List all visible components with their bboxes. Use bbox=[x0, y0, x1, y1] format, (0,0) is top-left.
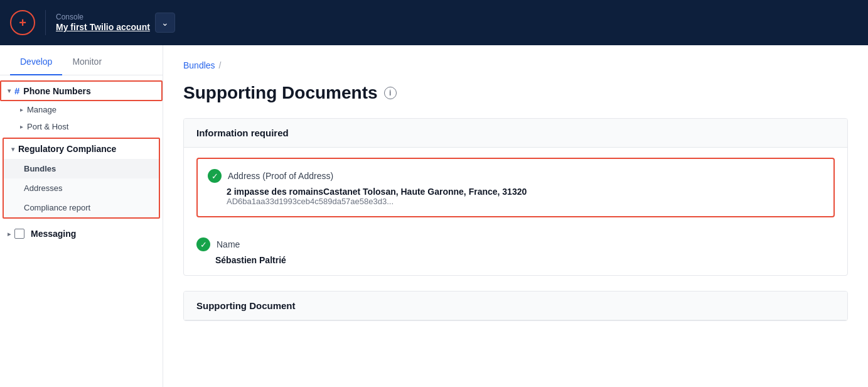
sidebar-nav: ▾ # Phone Numbers ▸ Manage ▸ Port & Host… bbox=[0, 75, 163, 387]
name-doc-title: ✓ Name bbox=[196, 237, 835, 251]
nav-section-regulatory: ▾ Regulatory Compliance Bundles Addresse… bbox=[3, 138, 160, 219]
account-switcher-button[interactable]: ⌄ bbox=[155, 13, 175, 33]
addresses-label: Addresses bbox=[24, 183, 62, 193]
address-doc-label: Address (Proof of Address) bbox=[228, 171, 333, 181]
topbar: + Console My first Twilio account ⌄ bbox=[0, 0, 868, 45]
check-icon: ✓ bbox=[208, 169, 222, 183]
tab-bar: Develop Monitor bbox=[0, 45, 163, 75]
messaging-label: Messaging bbox=[31, 229, 76, 239]
messaging-icon bbox=[14, 229, 24, 239]
topbar-divider bbox=[45, 10, 46, 35]
regulatory-label: Regulatory Compliance bbox=[18, 144, 116, 154]
name-doc-label: Name bbox=[217, 239, 240, 249]
name-doc-detail: Sébastien Paltrié bbox=[196, 255, 835, 265]
manage-label: Manage bbox=[27, 105, 56, 114]
sidebar-item-addresses[interactable]: Addresses bbox=[4, 178, 159, 198]
chevron-right-icon: ▸ bbox=[20, 106, 23, 113]
topbar-account: Console My first Twilio account ⌄ bbox=[56, 13, 175, 33]
hash-icon: # bbox=[14, 85, 19, 96]
nav-item-messaging[interactable]: ▸ Messaging bbox=[0, 224, 163, 244]
sidebar-item-compliance-report[interactable]: Compliance report bbox=[4, 198, 159, 217]
account-name[interactable]: My first Twilio account bbox=[56, 22, 150, 32]
page-title: Supporting Documents i bbox=[183, 83, 848, 103]
breadcrumb: Bundles / bbox=[183, 60, 848, 70]
sidebar-item-manage[interactable]: ▸ Manage bbox=[0, 101, 163, 118]
supporting-doc-header: Supporting Document bbox=[184, 292, 847, 320]
main-layout: Develop Monitor ▾ # Phone Numbers ▸ Mana… bbox=[0, 45, 868, 387]
address-doc-sub: AD6ba1aa33d1993ceb4c589da57ae58e3d3... bbox=[208, 197, 823, 206]
chevron-right-icon: ▸ bbox=[20, 123, 23, 130]
logo-symbol: + bbox=[19, 16, 26, 30]
breadcrumb-separator: / bbox=[219, 60, 222, 70]
twilio-logo: + bbox=[10, 10, 35, 35]
info-icon[interactable]: i bbox=[384, 87, 397, 99]
tab-develop[interactable]: Develop bbox=[10, 49, 62, 75]
port-host-label: Port & Host bbox=[27, 122, 68, 131]
address-doc-detail: 2 impasse des romainsCastanet Tolosan, H… bbox=[208, 187, 823, 197]
sidebar: Develop Monitor ▾ # Phone Numbers ▸ Mana… bbox=[0, 45, 163, 387]
bundles-label: Bundles bbox=[24, 164, 56, 173]
console-label: Console bbox=[56, 13, 150, 21]
supporting-doc-card: Supporting Document bbox=[183, 291, 848, 321]
chevron-down-icon: ⌄ bbox=[161, 18, 169, 28]
compliance-report-label: Compliance report bbox=[24, 203, 90, 212]
check-icon: ✓ bbox=[196, 237, 210, 251]
address-doc-item[interactable]: ✓ Address (Proof of Address) 2 impasse d… bbox=[196, 158, 835, 217]
chevron-right-icon: ▸ bbox=[8, 231, 11, 237]
nav-item-regulatory[interactable]: ▾ Regulatory Compliance bbox=[4, 139, 159, 159]
breadcrumb-bundles-link[interactable]: Bundles bbox=[183, 60, 215, 70]
content-area: Bundles / Supporting Documents i Informa… bbox=[163, 45, 868, 387]
page-title-text: Supporting Documents bbox=[183, 83, 378, 103]
name-doc-item: ✓ Name Sébastien Paltrié bbox=[184, 227, 847, 275]
phone-numbers-label: Phone Numbers bbox=[23, 86, 90, 96]
nav-section-phone-numbers: ▾ # Phone Numbers ▸ Manage ▸ Port & Host bbox=[0, 80, 163, 135]
address-doc-title: ✓ Address (Proof of Address) bbox=[208, 169, 823, 183]
chevron-down-icon: ▾ bbox=[8, 87, 11, 94]
sidebar-item-bundles[interactable]: Bundles bbox=[4, 159, 159, 178]
nav-item-phone-numbers[interactable]: ▾ # Phone Numbers bbox=[0, 80, 163, 101]
section-header-info-required: Information required bbox=[184, 119, 847, 148]
sidebar-item-port-host[interactable]: ▸ Port & Host bbox=[0, 118, 163, 135]
information-required-card: Information required ✓ Address (Proof of… bbox=[183, 118, 848, 276]
tab-monitor[interactable]: Monitor bbox=[62, 49, 112, 75]
regulatory-items: Bundles Addresses Compliance report bbox=[4, 159, 159, 217]
chevron-down-icon: ▾ bbox=[11, 146, 14, 153]
